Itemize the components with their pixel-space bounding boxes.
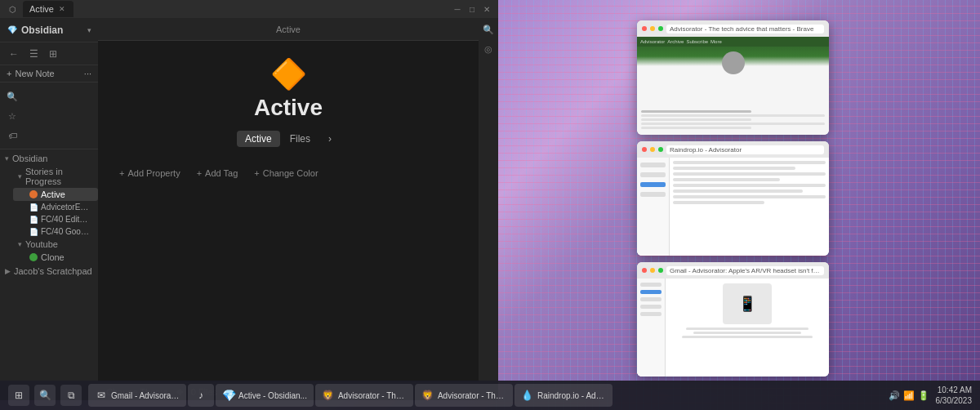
sidebar-list-btn[interactable]: ☰	[24, 45, 42, 63]
sim-nav-link-1: Archive	[667, 39, 684, 44]
browser-url-2: Raindrop.io - Advisorator	[666, 145, 824, 154]
taskbar-right: 🔊 📶 🔋 10:42 AM 6/30/2023	[884, 385, 978, 406]
browser-max-dot-2	[658, 147, 663, 152]
right-sidebar-bar: 🔍 ◎	[479, 18, 498, 400]
app-name: Obsidian	[21, 25, 84, 36]
raindrop-taskbar-label: Raindrop.io - Advis...	[537, 391, 606, 400]
sim-nav-link-2: Subscribe	[686, 39, 708, 44]
sim-nav-1: Advisorator Archive Subscribe More	[637, 37, 829, 47]
add-tag-icon: +	[197, 168, 202, 178]
maximize-btn[interactable]: □	[467, 4, 477, 14]
clock-date: 6/30/2023	[936, 395, 973, 406]
obsidian-taskbar-label: Active - Obsidian...	[238, 391, 307, 400]
nav-youtube-label: Youtube	[25, 239, 58, 249]
new-note-button[interactable]: + New Note ···	[0, 65, 98, 82]
nav-item-advicetor-label: AdvicetorEPR	[41, 203, 91, 212]
taskbar-left: ⊞ 🔍 ⧉	[3, 385, 87, 406]
note-tab-active[interactable]: Active	[237, 131, 280, 147]
brave1-taskbar-label: Advisorator - The T...	[338, 391, 407, 400]
gmail-taskbar-icon: ✉	[95, 389, 108, 402]
nav-item-advicetor[interactable]: 📄 AdvicetorEPR	[13, 201, 98, 213]
task-view-button[interactable]: ⧉	[60, 385, 82, 406]
browser-windows-container: Advisorator - The tech advice that matte…	[637, 20, 829, 377]
title-bar-controls: ─ □ ✕	[452, 4, 492, 14]
browser-url-1: Advisorator - The tech advice that matte…	[666, 25, 824, 33]
right-bar-graph[interactable]: ◎	[480, 41, 497, 57]
battery-icon[interactable]: 🔋	[918, 390, 929, 401]
taskbar-time-display: 10:42 AM 6/30/2023	[936, 385, 973, 406]
new-note-icon: +	[7, 69, 11, 78]
obsidian-taskbar-icon: 💎	[222, 389, 235, 402]
nav-item-active[interactable]: Active	[13, 188, 98, 201]
nav-scratchpad-header[interactable]: ▶ Jacob's Scratchpad	[0, 265, 98, 278]
app-body: 💎 Obsidian ▾ ← ☰ ⊞ + New Note ···	[0, 18, 498, 400]
nav-obsidian-header[interactable]: ▾ Obsidian	[0, 152, 98, 165]
search-button[interactable]: 🔍	[34, 385, 56, 406]
nav-stories-header[interactable]: ▾ Stories in Progress	[13, 165, 98, 188]
tab-close-btn[interactable]: ✕	[57, 4, 67, 14]
sidebar-top-bar: 💎 Obsidian ▾	[0, 18, 98, 42]
nav-item-clone[interactable]: Clone	[13, 251, 98, 264]
active-tab[interactable]: Active ✕	[23, 1, 74, 17]
nav-item-clone-label: Clone	[41, 252, 65, 262]
sidebar-back-btn[interactable]: ←	[5, 45, 23, 63]
sim-line-3	[641, 118, 751, 121]
browser-card-raindrop[interactable]: Raindrop.io - Advisorator	[637, 141, 829, 256]
new-note-options[interactable]: ···	[84, 69, 91, 78]
add-property-btn[interactable]: + Add Property	[114, 167, 185, 180]
main-toolbar: Active	[98, 18, 479, 41]
add-tag-btn[interactable]: + Add Tag	[192, 167, 243, 180]
sidebar: 💎 Obsidian ▾ ← ☰ ⊞ + New Note ···	[0, 18, 98, 400]
browser-content-3: 📱	[637, 279, 829, 377]
chevron-scratchpad-icon: ▶	[5, 267, 11, 275]
close-btn[interactable]: ✕	[482, 4, 492, 14]
title-bar: ⬡ Active ✕ ─ □ ✕	[0, 0, 498, 18]
nav-icon-bookmark[interactable]: ☆	[3, 107, 21, 125]
browser-close-dot-1	[642, 26, 647, 31]
nav-icon-tags[interactable]: 🏷	[3, 127, 21, 145]
active-dot-icon	[29, 190, 38, 198]
nav-divider	[0, 149, 98, 149]
add-property-label: Add Property	[127, 168, 180, 178]
browser-min-dot-2	[650, 147, 655, 152]
music-taskbar-icon: ♪	[194, 389, 207, 402]
start-button[interactable]: ⊞	[8, 385, 29, 406]
doc-icon-3: 📄	[29, 228, 38, 236]
taskbar-item-brave1[interactable]: 🦁 Advisorator - The T...	[315, 384, 413, 407]
nav-item-googlenotes[interactable]: 📄 FC/40 Google Notes-...	[13, 225, 98, 238]
taskbar-item-raindrop[interactable]: 💧 Raindrop.io - Advis...	[514, 384, 612, 407]
change-color-icon: +	[254, 168, 259, 178]
taskbar: ⊞ 🔍 ⧉ ✉ Gmail - Advisorator... ♪ 💎 Activ…	[0, 381, 980, 410]
note-tab-files[interactable]: Files	[282, 131, 318, 147]
title-bar-left: ⬡	[7, 3, 18, 15]
nav-stories-label: Stories in Progress	[25, 167, 93, 186]
note-actions: + Add Property + Add Tag + Change Color	[114, 167, 323, 180]
network-icon[interactable]: 📶	[903, 390, 915, 401]
main-content: Active 🔶 Active Active Files › + Add Pro…	[98, 18, 479, 400]
sidebar-grid-btn[interactable]: ⊞	[44, 45, 62, 63]
change-color-btn[interactable]: + Change Color	[249, 167, 323, 180]
taskbar-item-music[interactable]: ♪	[188, 384, 214, 407]
taskbar-item-gmail[interactable]: ✉ Gmail - Advisorator...	[88, 384, 186, 407]
system-tray-icons: 🔊 📶 🔋	[889, 390, 929, 401]
change-color-label: Change Color	[263, 168, 318, 178]
browser-card-advisorator[interactable]: Advisorator - The tech advice that matte…	[637, 20, 829, 135]
browser-card-gmail[interactable]: Gmail - Advisorator: Apple's AR/VR heads…	[637, 262, 829, 377]
tab-bar: Active ✕	[23, 1, 448, 17]
volume-icon[interactable]: 🔊	[889, 390, 900, 401]
add-tag-label: Add Tag	[205, 168, 238, 178]
minimize-btn[interactable]: ─	[452, 4, 462, 14]
browser-close-dot-3	[642, 268, 647, 273]
nav-icon-search[interactable]: 🔍	[3, 87, 21, 105]
obsidian-window: ⬡ Active ✕ ─ □ ✕ 💎 Obsidian ▾ ←	[0, 0, 498, 400]
sim-content-lines-1	[641, 110, 825, 131]
browser-max-dot-1	[658, 26, 663, 31]
note-tab-more[interactable]: ›	[320, 131, 340, 147]
taskbar-item-brave2[interactable]: 🦁 Advisorator - The T...	[415, 384, 513, 407]
right-bar-search[interactable]: 🔍	[480, 21, 497, 38]
taskbar-item-obsidian[interactable]: 💎 Active - Obsidian...	[216, 384, 314, 407]
nav-item-editorblock[interactable]: 📄 FC/40 Editorblock: Re...	[13, 213, 98, 225]
nav-youtube-header[interactable]: ▾ Youtube	[13, 238, 98, 251]
nav-youtube-sub: ▾ Youtube Clone	[0, 238, 98, 264]
raindrop-taskbar-icon: 💧	[521, 389, 534, 402]
